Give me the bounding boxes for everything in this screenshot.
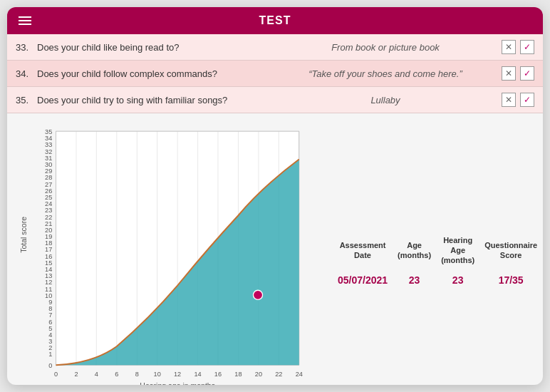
col-header-hearing-age: Hearing Age (months) [437,232,479,269]
main-content: 35 34 33 32 31 30 29 28 27 26 25 24 23 2… [7,113,543,385]
svg-text:Total score: Total score [19,217,28,253]
reject-button-35[interactable]: ✕ [502,93,516,107]
svg-text:6: 6 [115,371,118,378]
svg-text:0: 0 [54,371,58,378]
val-score: 17/35 [480,270,541,290]
col-header-score: Questionnaire Score [480,232,541,269]
question-number: 34. [16,68,37,79]
svg-text:14: 14 [194,371,202,378]
question-text: Does your child try to sing with familia… [37,95,269,105]
question-row-35: 35. Does your child try to sing with fam… [7,87,543,113]
reject-button-34[interactable]: ✕ [502,66,516,81]
header-title: TEST [259,14,291,26]
chart-svg: 35 34 33 32 31 30 29 28 27 26 25 24 23 2… [19,120,318,385]
menu-icon[interactable] [19,16,31,25]
svg-text:16: 16 [214,371,222,378]
col-header-age: Age (months) [393,232,435,269]
svg-text:2: 2 [74,371,78,378]
val-date: 05/07/2021 [333,270,392,290]
chart-area: 35 34 33 32 31 30 29 28 27 26 25 24 23 2… [19,120,318,385]
info-table: Assessment Date Age (months) Hearing Age… [332,231,543,292]
svg-text:1: 1 [48,351,52,358]
question-number: 35. [16,95,37,105]
svg-text:24: 24 [296,371,303,378]
val-hearing-age: 23 [437,270,479,290]
question-row-33: 33. Does your child like being read to? … [7,34,543,61]
app-window: TEST 33. Does your child like being read… [7,7,543,385]
svg-text:18: 18 [234,371,242,378]
question-actions: ✕ ✓ [502,40,534,54]
svg-text:10: 10 [154,371,161,378]
accept-button-33[interactable]: ✓ [520,40,534,54]
info-panel: Assessment Date Age (months) Hearing Age… [332,120,531,385]
header: TEST [7,7,543,34]
question-actions: ✕ ✓ [502,93,534,107]
svg-text:22: 22 [275,371,282,378]
question-number: 33. [16,42,37,53]
reject-button-33[interactable]: ✕ [502,40,516,54]
svg-text:0: 0 [48,362,52,369]
question-list: 33. Does your child like being read to? … [7,34,543,113]
question-text: Does your child like being read to? [37,42,269,53]
svg-text:12: 12 [174,371,181,378]
question-example: “Take off your shoes and come here.” [269,68,502,79]
val-age: 23 [393,270,435,290]
svg-text:Hearing age in months: Hearing age in months [140,381,215,385]
accept-button-34[interactable]: ✓ [520,66,534,81]
svg-point-16 [253,290,262,299]
svg-text:8: 8 [135,371,139,378]
question-actions: ✕ ✓ [502,66,534,81]
svg-text:20: 20 [255,371,262,378]
accept-button-35[interactable]: ✓ [520,93,534,107]
svg-text:4: 4 [95,371,98,378]
question-text: Does your child follow complex commands? [37,68,269,79]
question-example: From book or picture book [269,42,502,53]
question-row-34: 34. Does your child follow complex comma… [7,61,543,87]
question-example: Lullaby [269,95,502,105]
col-header-date: Assessment Date [333,232,392,269]
